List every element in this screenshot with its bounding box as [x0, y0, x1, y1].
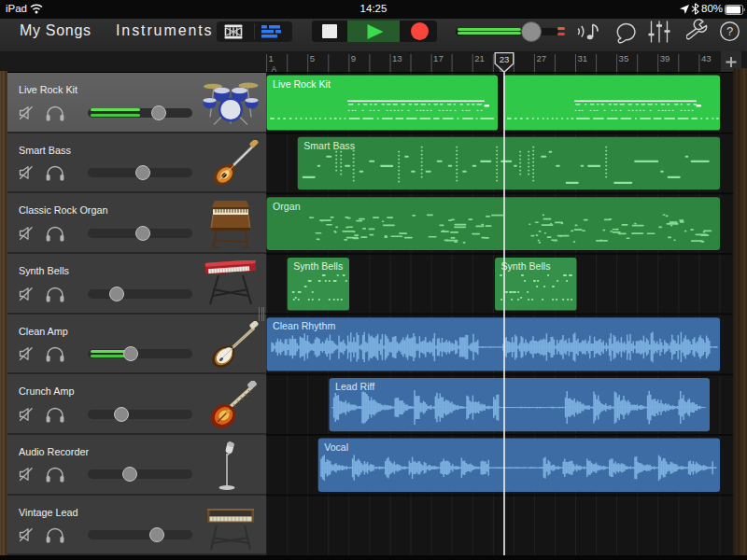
svg-text:Synth Bells: Synth Bells	[293, 260, 343, 272]
svg-text:5: 5	[310, 53, 315, 63]
svg-text:Vocal: Vocal	[324, 441, 348, 453]
svg-text:A: A	[272, 64, 277, 74]
svg-text:Lead Riff: Lead Riff	[335, 381, 374, 392]
svg-text:39: 39	[660, 53, 670, 63]
svg-text:Organ: Organ	[273, 201, 301, 212]
svg-text:35: 35	[619, 53, 629, 63]
svg-text:23: 23	[500, 54, 510, 64]
svg-text:Clean Rhythm: Clean Rhythm	[273, 320, 335, 331]
svg-text:17: 17	[433, 53, 444, 63]
svg-text:43: 43	[701, 53, 712, 63]
svg-text:Smart Bass: Smart Bass	[303, 140, 355, 151]
svg-text:27: 27	[536, 53, 546, 63]
svg-text:Live Rock Kit: Live Rock Kit	[273, 78, 331, 90]
svg-text:21: 21	[474, 53, 485, 63]
svg-text:9: 9	[351, 53, 356, 63]
svg-text:1: 1	[269, 53, 274, 63]
svg-text:13: 13	[392, 53, 402, 63]
svg-text:31: 31	[578, 53, 588, 63]
svg-text:Synth Bells: Synth Bells	[501, 260, 551, 272]
